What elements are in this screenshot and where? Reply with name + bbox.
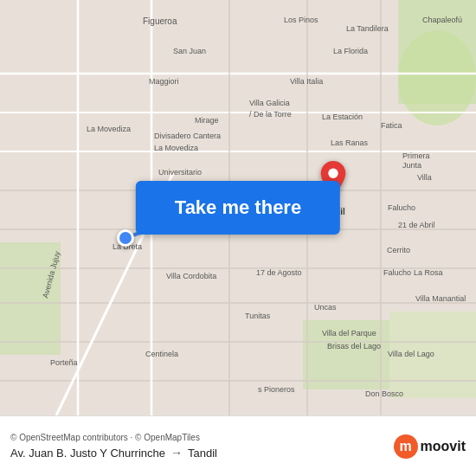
svg-text:La Florida: La Florida — [333, 47, 368, 55]
svg-text:Las Ranas: Las Ranas — [331, 138, 369, 147]
svg-text:Divisadero Cantera: Divisadero Cantera — [154, 132, 221, 140]
svg-text:Maggiori: Maggiori — [149, 77, 179, 86]
button-overlay: Take me there — [136, 181, 340, 235]
moovit-logo: m moovit — [394, 434, 466, 459]
moovit-brand-text: moovit — [421, 439, 466, 454]
svg-text:Figueroa: Figueroa — [143, 16, 177, 26]
svg-text:Cerrito: Cerrito — [387, 246, 410, 254]
svg-text:Falucho: Falucho — [383, 268, 411, 277]
svg-point-62 — [328, 169, 338, 178]
footer-left: © OpenStreetMap contributors · © OpenMap… — [10, 433, 387, 460]
svg-text:La Estación: La Estación — [322, 113, 363, 121]
take-me-there-button[interactable]: Take me there — [136, 181, 340, 235]
svg-text:Villa Galicia: Villa Galicia — [249, 99, 290, 107]
svg-text:Fatica: Fatica — [381, 121, 402, 130]
svg-text:Don Bosco: Don Bosco — [365, 389, 403, 398]
svg-text:La Movediza: La Movediza — [87, 125, 131, 133]
svg-text:San Juan: San Juan — [173, 47, 206, 55]
svg-text:Villa del Parque: Villa del Parque — [322, 329, 376, 338]
svg-text:Universitario: Universitario — [158, 168, 202, 177]
svg-text:Mirage: Mirage — [195, 116, 219, 125]
arrow-icon: → — [170, 446, 183, 460]
svg-text:/ De la Torre: / De la Torre — [249, 110, 292, 119]
svg-text:Brisas del Lago: Brisas del Lago — [327, 342, 381, 351]
svg-text:Los Pinos: Los Pinos — [284, 16, 318, 24]
svg-text:s Pioneros: s Pioneros — [258, 385, 295, 394]
svg-text:La Tandilera: La Tandilera — [346, 24, 389, 33]
svg-text:Tunitas: Tunitas — [245, 312, 271, 320]
svg-text:La Movediza: La Movediza — [154, 144, 198, 152]
svg-text:17 de Agosto: 17 de Agosto — [256, 268, 302, 277]
osm-attribution: © OpenStreetMap contributors · © OpenMap… — [10, 433, 387, 442]
svg-text:Villa del Lago: Villa del Lago — [388, 350, 434, 358]
svg-text:Falucho: Falucho — [388, 203, 415, 212]
svg-text:21 de Abril: 21 de Abril — [398, 221, 435, 229]
origin-marker — [117, 229, 134, 247]
origin-text: Av. Juan B. Justo Y Churrinche — [10, 447, 165, 460]
svg-text:Villa Cordobita: Villa Cordobita — [166, 272, 216, 280]
svg-text:Uncas: Uncas — [314, 303, 337, 312]
destination-text: Tandil — [188, 447, 217, 460]
svg-text:Porteña: Porteña — [50, 358, 78, 367]
svg-text:Junta: Junta — [402, 161, 421, 170]
svg-text:La Rosa: La Rosa — [414, 268, 443, 277]
svg-point-5 — [398, 30, 476, 125]
moovit-letter: m — [394, 434, 418, 459]
svg-text:Villa Italia: Villa Italia — [290, 77, 323, 86]
svg-text:Centinela: Centinela — [145, 350, 178, 358]
svg-text:Villa: Villa — [417, 173, 432, 182]
svg-text:Chapaleofú: Chapaleofú — [422, 16, 462, 24]
svg-text:Primera: Primera — [402, 151, 430, 160]
footer: © OpenStreetMap contributors · © OpenMap… — [0, 415, 476, 476]
svg-text:Villa Manantial: Villa Manantial — [415, 294, 466, 303]
route-info: Av. Juan B. Justo Y Churrinche → Tandil — [10, 446, 387, 460]
map-container: Figueroa San Juan Los Pinos La Tandilera… — [0, 0, 476, 415]
